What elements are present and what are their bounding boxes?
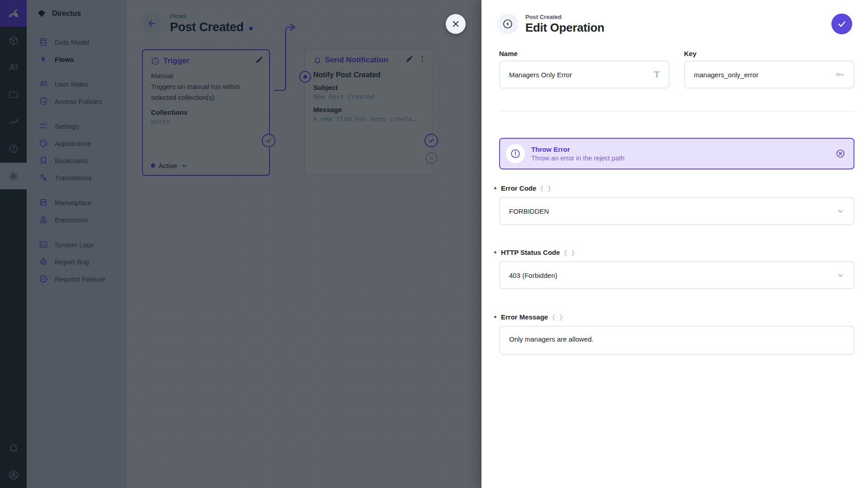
operation-type-title: Throw Error <box>531 145 835 153</box>
required-dot <box>494 251 496 253</box>
key-input[interactable]: managers_only_error <box>684 61 854 89</box>
error-circle-icon <box>506 144 525 163</box>
directus-app: Directus Data Model Flows User Roles <box>0 0 868 488</box>
chevron-down-icon <box>836 271 844 279</box>
operation-type-banner: Throw Error Throw an error in the reject… <box>499 138 854 169</box>
error-message-label: Error Message { } <box>499 313 563 321</box>
http-status-code-select[interactable]: 403 (Forbidden) <box>499 261 854 289</box>
name-field-label: Name <box>499 50 670 57</box>
operation-type-description: Throw an error in the reject path <box>531 155 835 162</box>
raw-value-icon[interactable]: { } <box>552 314 563 321</box>
http-status-code-label: HTTP Status Code { } <box>499 249 575 256</box>
drawer-title: Edit Operation <box>525 21 604 35</box>
check-icon <box>837 19 847 29</box>
operation-bolt-circle-icon <box>497 14 518 34</box>
error-code-select[interactable]: FORBIDDEN <box>499 197 854 225</box>
key-field-label: Key <box>684 50 854 57</box>
edit-operation-drawer: Post Created Edit Operation Name Key Man… <box>481 0 868 488</box>
required-dot <box>494 316 496 318</box>
chevron-down-icon <box>836 207 844 215</box>
remove-operation-type-icon[interactable] <box>835 149 845 159</box>
drawer-close-button[interactable] <box>446 14 466 34</box>
raw-value-icon[interactable]: { } <box>564 249 575 256</box>
error-code-label: Error Code { } <box>499 184 552 192</box>
key-icon <box>835 70 844 79</box>
form-divider <box>499 111 854 112</box>
close-icon <box>451 19 460 28</box>
title-case-icon: T <box>654 70 660 80</box>
save-button[interactable] <box>831 14 852 34</box>
drawer-breadcrumb: Post Created <box>525 14 604 20</box>
drawer-backdrop[interactable] <box>0 0 481 488</box>
name-input[interactable]: Managers Only Error T <box>499 61 670 89</box>
required-dot <box>494 187 496 189</box>
error-message-input[interactable]: Only managers are allowed. <box>499 326 854 355</box>
raw-value-icon[interactable]: { } <box>540 185 551 192</box>
